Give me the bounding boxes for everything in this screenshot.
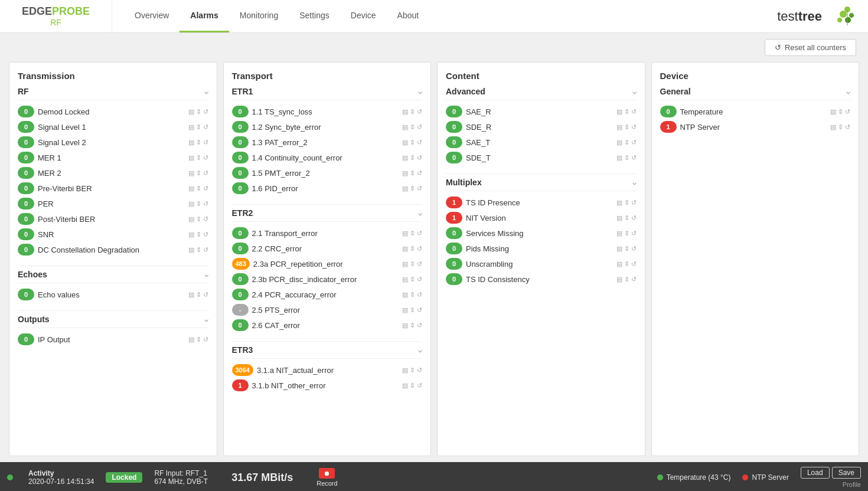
settings-icon[interactable]: ▤ [188,215,194,223]
settings-icon[interactable]: ▤ [402,276,408,283]
refresh-icon[interactable]: ↺ [631,230,637,237]
arrow-icon[interactable]: ⇕ [624,139,629,146]
settings-icon[interactable]: ▤ [616,230,622,237]
refresh-icon[interactable]: ↺ [417,123,422,131]
nav-overview[interactable]: Overview [124,0,180,32]
settings-icon[interactable]: ▤ [616,260,622,268]
settings-icon[interactable]: ▤ [616,123,622,131]
refresh-icon[interactable]: ↺ [417,366,422,374]
settings-icon[interactable]: ▤ [616,214,622,222]
arrow-icon[interactable]: ⇕ [410,230,415,237]
arrow-icon[interactable]: ⇕ [196,123,201,131]
refresh-icon[interactable]: ↺ [631,245,637,253]
nav-monitoring[interactable]: Monitoring [229,0,289,32]
load-button[interactable]: Load [801,467,830,479]
advanced-chevron[interactable]: ⌵ [632,87,637,96]
refresh-icon[interactable]: ↺ [631,139,637,146]
settings-icon[interactable]: ▤ [402,245,408,253]
arrow-icon[interactable]: ⇕ [838,123,843,131]
refresh-icon[interactable]: ↺ [417,260,422,268]
refresh-icon[interactable]: ↺ [203,185,208,192]
arrow-icon[interactable]: ⇕ [196,154,201,162]
arrow-icon[interactable]: ⇕ [624,154,629,162]
refresh-icon[interactable]: ↺ [203,200,208,208]
refresh-icon[interactable]: ↺ [417,139,422,146]
refresh-icon[interactable]: ↺ [417,276,422,283]
arrow-icon[interactable]: ⇕ [624,276,629,283]
rf-chevron[interactable]: ⌵ [204,87,208,96]
settings-icon[interactable]: ▤ [188,185,194,192]
refresh-icon[interactable]: ↺ [203,169,208,177]
refresh-icon[interactable]: ↺ [417,306,422,314]
arrow-icon[interactable]: ⇕ [410,291,415,299]
settings-icon[interactable]: ▤ [402,123,408,131]
arrow-icon[interactable]: ⇕ [624,199,629,207]
refresh-icon[interactable]: ↺ [845,123,850,131]
refresh-icon[interactable]: ↺ [203,154,208,162]
arrow-icon[interactable]: ⇕ [196,139,201,146]
refresh-icon[interactable]: ↺ [631,108,637,116]
save-button[interactable]: Save [832,467,861,479]
settings-icon[interactable]: ▤ [616,139,622,146]
nav-alarms[interactable]: Alarms [180,0,229,32]
settings-icon[interactable]: ▤ [402,185,408,192]
settings-icon[interactable]: ▤ [402,382,408,389]
arrow-icon[interactable]: ⇕ [410,123,415,131]
settings-icon[interactable]: ▤ [616,108,622,116]
arrow-icon[interactable]: ⇕ [410,382,415,389]
arrow-icon[interactable]: ⇕ [410,276,415,283]
arrow-icon[interactable]: ⇕ [410,245,415,253]
refresh-icon[interactable]: ↺ [631,260,637,268]
settings-icon[interactable]: ▤ [402,169,408,177]
arrow-icon[interactable]: ⇕ [196,215,201,223]
refresh-icon[interactable]: ↺ [417,291,422,299]
arrow-icon[interactable]: ⇕ [196,291,201,299]
refresh-icon[interactable]: ↺ [631,123,637,131]
arrow-icon[interactable]: ⇕ [196,336,201,343]
nav-settings[interactable]: Settings [289,0,340,32]
refresh-icon[interactable]: ↺ [417,322,422,329]
refresh-icon[interactable]: ↺ [203,108,208,116]
arrow-icon[interactable]: ⇕ [410,185,415,192]
settings-icon[interactable]: ▤ [402,306,408,314]
arrow-icon[interactable]: ⇕ [410,322,415,329]
echoes-chevron[interactable]: ⌵ [204,270,208,279]
refresh-icon[interactable]: ↺ [417,108,422,116]
arrow-icon[interactable]: ⇕ [624,108,629,116]
settings-icon[interactable]: ▤ [616,276,622,283]
arrow-icon[interactable]: ⇕ [410,154,415,162]
arrow-icon[interactable]: ⇕ [624,123,629,131]
etr1-chevron[interactable]: ⌵ [418,87,422,96]
refresh-icon[interactable]: ↺ [417,154,422,162]
arrow-icon[interactable]: ⇕ [410,306,415,314]
settings-icon[interactable]: ▤ [402,366,408,374]
settings-icon[interactable]: ▤ [616,154,622,162]
nav-about[interactable]: About [387,0,430,32]
refresh-icon[interactable]: ↺ [203,291,208,299]
settings-icon[interactable]: ▤ [188,123,194,131]
arrow-icon[interactable]: ⇕ [196,185,201,192]
arrow-icon[interactable]: ⇕ [624,245,629,253]
refresh-icon[interactable]: ↺ [203,215,208,223]
refresh-icon[interactable]: ↺ [417,230,422,237]
arrow-icon[interactable]: ⇕ [410,139,415,146]
settings-icon[interactable]: ▤ [188,336,194,343]
settings-icon[interactable]: ▤ [830,108,836,116]
settings-icon[interactable]: ▤ [188,291,194,299]
arrow-icon[interactable]: ⇕ [196,231,201,238]
settings-icon[interactable]: ▤ [402,291,408,299]
arrow-icon[interactable]: ⇕ [410,169,415,177]
outputs-chevron[interactable]: ⌵ [204,315,208,323]
refresh-icon[interactable]: ↺ [203,246,208,254]
arrow-icon[interactable]: ⇕ [624,230,629,237]
arrow-icon[interactable]: ⇕ [196,108,201,116]
arrow-icon[interactable]: ⇕ [624,214,629,222]
settings-icon[interactable]: ▤ [188,108,194,116]
settings-icon[interactable]: ▤ [402,108,408,116]
settings-icon[interactable]: ▤ [188,154,194,162]
settings-icon[interactable]: ▤ [402,260,408,268]
settings-icon[interactable]: ▤ [830,123,836,131]
settings-icon[interactable]: ▤ [188,231,194,238]
arrow-icon[interactable]: ⇕ [410,260,415,268]
arrow-icon[interactable]: ⇕ [196,169,201,177]
